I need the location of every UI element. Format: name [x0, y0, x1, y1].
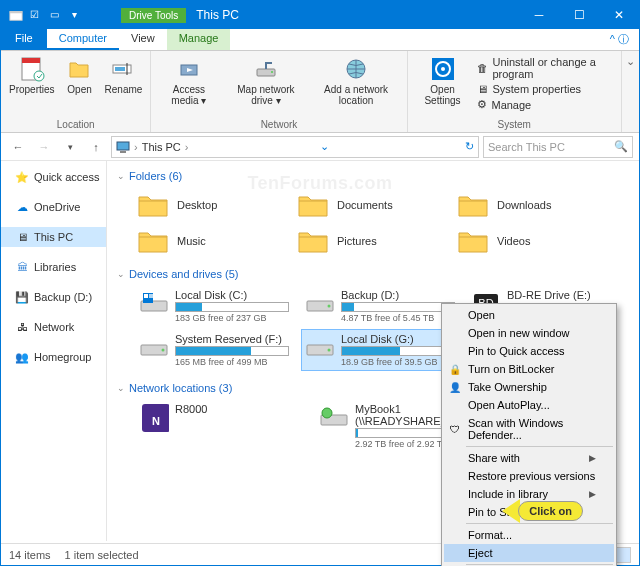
- drive-item[interactable]: Local Disk (G:)18.9 GB free of 39.5 GB: [301, 329, 459, 371]
- ribbon-group-system: System: [412, 119, 617, 130]
- ownership-icon: 👤: [448, 380, 462, 394]
- svg-rect-15: [117, 142, 129, 150]
- folder-label: Documents: [337, 199, 393, 211]
- cm-share[interactable]: Share with▶: [444, 449, 614, 467]
- cm-bitlocker[interactable]: 🔒Turn on BitLocker: [444, 360, 614, 378]
- tab-file[interactable]: File: [1, 29, 47, 50]
- folder-icon: [457, 227, 489, 255]
- cm-eject[interactable]: Eject: [444, 544, 614, 562]
- help-button[interactable]: ^ ⓘ: [600, 29, 639, 50]
- drive-label: System Reserved (F:): [175, 333, 289, 345]
- cm-open-new[interactable]: Open in new window: [444, 324, 614, 342]
- minimize-button[interactable]: ─: [519, 1, 559, 29]
- ribbon-rename[interactable]: Rename: [101, 53, 147, 119]
- nav-up[interactable]: ↑: [85, 136, 107, 158]
- drive-icon: [305, 333, 335, 363]
- ribbon-collapse[interactable]: ⌄: [622, 51, 639, 132]
- search-placeholder: Search This PC: [488, 141, 565, 153]
- ribbon-uninstall[interactable]: 🗑Uninstall or change a program: [475, 55, 616, 81]
- nav-thispc[interactable]: 🖥This PC: [1, 227, 106, 247]
- nav-homegroup[interactable]: 👥Homegroup: [1, 347, 106, 367]
- ribbon-manage[interactable]: ⚙Manage: [475, 97, 616, 112]
- folder-icon: [297, 191, 329, 219]
- ribbon-tabs: File Computer View Manage ^ ⓘ: [1, 29, 639, 51]
- drive-label: Backup (D:): [341, 289, 455, 301]
- nav-quick-access[interactable]: ⭐Quick access: [1, 167, 106, 187]
- explorer-window: ☑ ▭ ▾ Drive Tools This PC ─ ☐ ✕ File Com…: [0, 0, 640, 566]
- netloc-item[interactable]: NR8000: [135, 399, 305, 453]
- folder-item[interactable]: Music: [135, 225, 285, 257]
- folder-item[interactable]: Documents: [295, 189, 445, 221]
- folder-item[interactable]: Videos: [455, 225, 605, 257]
- svg-rect-3: [22, 58, 40, 63]
- ribbon-properties[interactable]: Properties: [5, 53, 59, 119]
- status-selected: 1 item selected: [65, 549, 139, 561]
- tab-view[interactable]: View: [119, 29, 167, 50]
- folder-item[interactable]: Pictures: [295, 225, 445, 257]
- ribbon-access-media[interactable]: Access media ▾: [155, 53, 222, 119]
- section-folders[interactable]: ⌄Folders (6): [117, 167, 629, 185]
- bitlocker-icon: 🔒: [448, 362, 462, 376]
- folder-label: Pictures: [337, 235, 377, 247]
- drive-item[interactable]: Local Disk (C:)183 GB free of 237 GB: [135, 285, 293, 327]
- section-drives[interactable]: ⌄Devices and drives (5): [117, 265, 629, 283]
- maximize-button[interactable]: ☐: [559, 1, 599, 29]
- breadcrumb[interactable]: This PC: [142, 141, 181, 153]
- svg-point-28: [328, 349, 331, 352]
- refresh-button[interactable]: ↻: [461, 140, 474, 153]
- cm-restore[interactable]: Restore previous versions: [444, 467, 614, 485]
- nav-network[interactable]: 🖧Network: [1, 317, 106, 337]
- folder-label: Music: [177, 235, 206, 247]
- window-title: This PC: [196, 8, 519, 22]
- svg-point-26: [162, 349, 165, 352]
- nav-onedrive[interactable]: ☁OneDrive: [1, 197, 106, 217]
- folder-item[interactable]: Desktop: [135, 189, 285, 221]
- nav-backup[interactable]: 💾Backup (D:): [1, 287, 106, 307]
- drive-label: Local Disk (C:): [175, 289, 289, 301]
- folder-item[interactable]: Downloads: [455, 189, 605, 221]
- cm-open[interactable]: Open: [444, 306, 614, 324]
- svg-point-32: [322, 408, 332, 418]
- cm-pin-quick[interactable]: Pin to Quick access: [444, 342, 614, 360]
- svg-point-14: [441, 67, 445, 71]
- shield-icon: 🛡: [448, 422, 462, 436]
- tab-manage[interactable]: Manage: [167, 29, 231, 50]
- drive-item[interactable]: Backup (D:)4.87 TB free of 5.45 TB: [301, 285, 459, 327]
- qat-properties-icon[interactable]: ☑: [27, 7, 41, 21]
- ribbon-group-location: Location: [5, 119, 146, 130]
- context-menu: Open Open in new window Pin to Quick acc…: [441, 303, 617, 566]
- nav-back[interactable]: ←: [7, 136, 29, 158]
- search-box[interactable]: Search This PC 🔍: [483, 136, 633, 158]
- drive-item[interactable]: System Reserved (F:)165 MB free of 499 M…: [135, 329, 293, 371]
- address-box[interactable]: › This PC › ⌄ ↻: [111, 136, 479, 158]
- close-button[interactable]: ✕: [599, 1, 639, 29]
- folder-icon: [457, 191, 489, 219]
- ribbon-system-properties[interactable]: 🖥System properties: [475, 82, 616, 96]
- netloc-icon: [319, 403, 349, 433]
- qat-new-folder-icon[interactable]: ▭: [47, 7, 61, 21]
- nav-forward[interactable]: →: [33, 136, 55, 158]
- ribbon-open-settings[interactable]: Open Settings: [412, 53, 474, 119]
- cm-autoplay[interactable]: Open AutoPlay...: [444, 396, 614, 414]
- folder-label: Desktop: [177, 199, 217, 211]
- nav-pane: ⭐Quick access ☁OneDrive 🖥This PC 🏛Librar…: [1, 161, 107, 541]
- folder-icon: [137, 227, 169, 255]
- ribbon-map-drive[interactable]: Map network drive ▾: [224, 53, 307, 119]
- nav-libraries[interactable]: 🏛Libraries: [1, 257, 106, 277]
- tab-computer[interactable]: Computer: [47, 29, 119, 50]
- folder-label: Downloads: [497, 199, 551, 211]
- cm-take-owner[interactable]: 👤Take Ownership: [444, 378, 614, 396]
- thispc-icon: [116, 140, 130, 154]
- cm-format[interactable]: Format...: [444, 526, 614, 544]
- address-dropdown[interactable]: ⌄: [320, 140, 329, 153]
- ribbon-add-location[interactable]: Add a network location: [310, 53, 403, 119]
- titlebar: ☑ ▭ ▾ Drive Tools This PC ─ ☐ ✕: [1, 1, 639, 29]
- qat-dropdown-icon[interactable]: ▾: [67, 7, 81, 21]
- svg-point-4: [34, 71, 44, 81]
- cm-defender[interactable]: 🛡Scan with Windows Defender...: [444, 414, 614, 444]
- drive-icon: [139, 289, 169, 319]
- nav-history[interactable]: ▾: [59, 136, 81, 158]
- ribbon-open[interactable]: Open: [61, 53, 99, 119]
- svg-rect-19: [144, 294, 148, 298]
- drive-icon: [305, 289, 335, 319]
